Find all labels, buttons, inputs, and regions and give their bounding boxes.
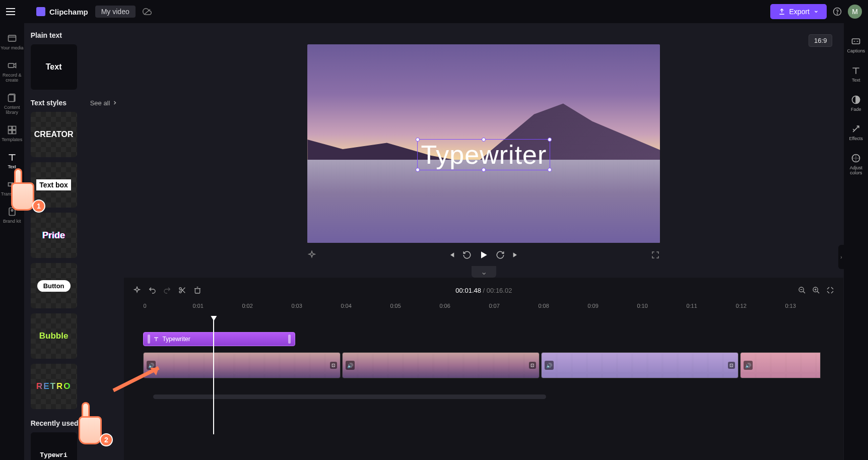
- prop-label: Fade: [851, 107, 861, 112]
- camera-icon: [7, 60, 17, 71]
- svg-rect-6: [8, 95, 14, 101]
- total-duration: 00:16.02: [487, 287, 512, 294]
- svg-point-2: [837, 14, 837, 14]
- prop-label: Adjust colors: [844, 165, 868, 175]
- seek-start-button[interactable]: [447, 251, 455, 259]
- resize-handle[interactable]: [548, 168, 552, 172]
- clip-label: Typewriter: [162, 336, 190, 343]
- thumb-label: Pride: [42, 230, 65, 241]
- folder-icon: [7, 33, 17, 43]
- player-controls: [307, 250, 660, 260]
- hamburger-menu[interactable]: [6, 5, 20, 19]
- ruler-tick: 0:08: [538, 303, 587, 309]
- video-clip[interactable]: 🔊: [740, 352, 821, 378]
- clip-audio-icon[interactable]: 🔊: [744, 361, 753, 370]
- nav-text[interactable]: Text: [0, 147, 24, 174]
- chevron-right-icon: [112, 100, 118, 106]
- user-avatar[interactable]: M: [848, 5, 862, 19]
- adjust-icon: [851, 153, 861, 163]
- style-pride-thumb[interactable]: Pride: [31, 213, 77, 258]
- clip-audio-icon[interactable]: 🔊: [346, 361, 355, 370]
- resize-handle[interactable]: [416, 138, 420, 142]
- text-selection-box[interactable]: Typewriter: [417, 139, 550, 170]
- center-area: 16:9 Typewriter: [124, 23, 843, 460]
- fit-timeline-button[interactable]: [826, 286, 834, 294]
- play-button[interactable]: [479, 250, 489, 260]
- clip-edge-icon[interactable]: ⊡: [529, 362, 536, 369]
- undo-button[interactable]: [148, 286, 156, 294]
- prop-effects[interactable]: Effects: [844, 118, 868, 147]
- thumb-label: Bubble: [39, 331, 69, 341]
- prop-adjust-colors[interactable]: Adjust colors: [844, 147, 868, 181]
- video-clip[interactable]: 🔊 ⊡: [342, 352, 540, 378]
- svg-rect-3: [8, 35, 16, 41]
- clip-audio-icon[interactable]: 🔊: [545, 361, 554, 370]
- style-creator-thumb[interactable]: CREATOR: [31, 112, 77, 157]
- style-button-thumb[interactable]: Button: [31, 263, 77, 308]
- prop-captions[interactable]: Captions: [844, 30, 868, 59]
- seek-end-button[interactable]: [512, 251, 520, 259]
- resize-handle[interactable]: [416, 168, 420, 172]
- top-bar: Clipchamp My video Export M: [0, 0, 868, 23]
- playhead[interactable]: [213, 319, 214, 434]
- fullscreen-button[interactable]: [651, 250, 660, 259]
- timeline-collapse-toggle[interactable]: ⌄: [472, 266, 496, 278]
- delete-button[interactable]: [193, 286, 202, 294]
- panel-collapse-right[interactable]: ›: [838, 245, 844, 269]
- nav-record-create[interactable]: Record & create: [0, 55, 24, 88]
- timeline-ruler[interactable]: 0 0:01 0:02 0:03 0:04 0:05 0:06 0:07 0:0…: [133, 300, 834, 312]
- video-clip[interactable]: 🔊 ⊡: [541, 352, 739, 378]
- svg-rect-11: [8, 183, 12, 186]
- nav-templates[interactable]: Templates: [0, 120, 24, 147]
- timeline-time: 00:01.48 / 00:16.02: [455, 287, 512, 294]
- see-all-label: See all: [90, 99, 110, 107]
- nav-label: Brand kit: [3, 219, 21, 224]
- seek-fwd-button[interactable]: [496, 250, 505, 259]
- prop-text[interactable]: Text: [844, 59, 868, 89]
- plain-text-thumb[interactable]: Text: [31, 44, 77, 90]
- nav-transitions[interactable]: Transitions: [0, 174, 24, 202]
- thumb-label: Typewri: [40, 451, 68, 459]
- prop-fade[interactable]: Fade: [844, 89, 868, 118]
- zoom-in-button[interactable]: [812, 286, 820, 294]
- magic-tool-button[interactable]: [133, 286, 141, 294]
- resize-handle[interactable]: [482, 168, 486, 172]
- zoom-out-button[interactable]: [798, 286, 806, 294]
- redo-button[interactable]: [163, 286, 171, 294]
- nav-your-media[interactable]: Your media: [0, 28, 24, 55]
- text-clip-typewriter[interactable]: Typewriter: [143, 332, 295, 346]
- templates-icon: [7, 125, 17, 135]
- see-all-link[interactable]: See all: [90, 99, 118, 107]
- timeline-tracks: Typewriter 🔊 ⊡ 🔊 ⊡ 🔊 ⊡: [133, 332, 834, 399]
- project-name[interactable]: My video: [95, 6, 136, 18]
- nav-content-library[interactable]: Content library: [0, 88, 24, 120]
- video-clip[interactable]: 🔊 ⊡: [143, 352, 341, 378]
- nav-brand-kit[interactable]: Brand kit: [0, 202, 24, 229]
- ruler-tick: 0:03: [291, 303, 341, 309]
- clip-grip-right[interactable]: [288, 335, 291, 344]
- preview-area: 16:9 Typewriter: [124, 23, 843, 260]
- nav-label: Text: [8, 164, 17, 169]
- ai-sparkle-button[interactable]: [307, 250, 316, 259]
- svg-rect-4: [8, 63, 14, 68]
- clip-grip-left[interactable]: [148, 335, 150, 344]
- clip-audio-icon[interactable]: 🔊: [147, 361, 156, 370]
- preview-text-overlay[interactable]: Typewriter: [421, 140, 547, 169]
- export-button[interactable]: Export: [770, 4, 827, 19]
- resize-handle[interactable]: [548, 138, 552, 142]
- resize-handle[interactable]: [482, 138, 486, 142]
- recent-typewriter-thumb[interactable]: Typewri: [31, 432, 77, 460]
- clip-edge-icon[interactable]: ⊡: [728, 362, 735, 369]
- section-recently-used: Recently used: [31, 419, 118, 427]
- style-textbox-thumb[interactable]: Text box: [31, 162, 77, 208]
- style-bubble-thumb[interactable]: Bubble: [31, 313, 77, 359]
- split-button[interactable]: [178, 286, 186, 294]
- seek-back-button[interactable]: [462, 250, 472, 259]
- style-retro-thumb[interactable]: RETRO: [31, 364, 77, 409]
- aspect-ratio-button[interactable]: 16:9: [809, 34, 832, 47]
- help-icon[interactable]: [833, 7, 842, 16]
- timeline-scrollbar[interactable]: [153, 395, 546, 399]
- clip-edge-icon[interactable]: ⊡: [330, 362, 337, 369]
- video-canvas[interactable]: Typewriter: [307, 44, 660, 243]
- svg-point-13: [11, 210, 13, 211]
